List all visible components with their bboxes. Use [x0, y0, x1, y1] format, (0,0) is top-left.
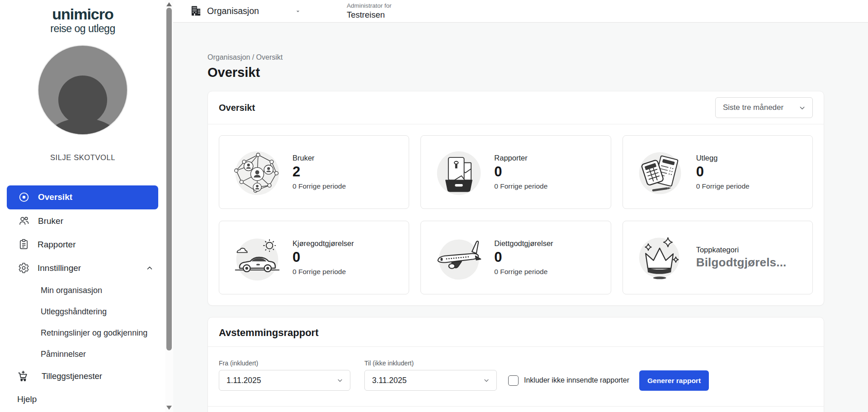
sidebar-item-label: Oversikt: [38, 192, 72, 202]
admin-org-name: Testreisen: [347, 9, 392, 20]
sidebar-item-label: Innstillinger: [38, 263, 81, 273]
chevron-up-icon: [146, 264, 154, 272]
sidebar-item-label: Tilleggstjenester: [42, 371, 102, 381]
tile-value: 0: [292, 249, 354, 265]
chevron-down-icon: [336, 377, 344, 384]
stat-tile-toppkategori: Toppkategori Bilgodtgjørels...: [623, 221, 813, 294]
topbar: Organisasjon Administrator for Testreise…: [173, 0, 868, 23]
tile-label: Diettgodtgjørelser: [494, 239, 553, 248]
tile-value: 2: [292, 164, 346, 180]
organisation-switcher[interactable]: Organisasjon: [190, 5, 302, 17]
tile-label: Toppkategori: [696, 246, 787, 254]
avatar: [38, 45, 128, 135]
period-filter-select[interactable]: Siste tre måneder: [715, 97, 813, 118]
inbox-envelopes-illustration: [433, 145, 485, 199]
tile-previous-period: 0 Forrige periode: [494, 182, 547, 190]
caret-down-icon: [294, 8, 302, 15]
crown-illustration: [635, 231, 687, 285]
overview-card: Oversikt Siste tre måneder: [208, 91, 824, 306]
organisation-label: Organisasjon: [207, 6, 259, 16]
cart-plus-icon: [17, 370, 29, 382]
from-date-select[interactable]: 1.11.2025: [219, 370, 350, 391]
stat-tile-grid: Bruker 2 0 Forrige periode: [208, 124, 824, 305]
sidebar-item-innstillinger[interactable]: Innstillinger: [0, 256, 165, 280]
stat-tile-kjoregodtgjorelser: Kjøregodtgjørelser 0 0 Forrige periode: [219, 221, 409, 294]
tile-label: Utlegg: [696, 154, 750, 162]
chevron-down-icon: [798, 104, 806, 112]
from-date-label: Fra (inkludert): [219, 360, 350, 367]
logo-title: unimicro: [0, 6, 165, 23]
tile-value: 0: [696, 164, 750, 180]
app-window: unimicro reise og utlegg SILJE SKOTVOLL …: [0, 0, 868, 412]
calculator-receipt-illustration: [635, 145, 687, 199]
main-area: Organisasjon Administrator for Testreise…: [173, 0, 868, 412]
sidebar-item-tilleggstjenester[interactable]: Tilleggstjenester: [0, 365, 165, 388]
tile-value: 0: [494, 249, 553, 265]
stat-tile-rapporter: Rapporter 0 0 Forrige periode: [420, 135, 611, 209]
reconciliation-title: Avstemmingsrapport: [208, 317, 824, 346]
airplane-illustration: [433, 231, 485, 285]
scrollbar-up-arrow[interactable]: [166, 2, 172, 6]
include-unsubmitted-label: Inkluder ikke innsendte rapporter: [524, 376, 629, 384]
vertical-scrollbar[interactable]: [165, 0, 173, 412]
sidebar-item-oversikt[interactable]: Oversikt: [7, 185, 158, 209]
to-date-select[interactable]: 3.11.2025: [364, 370, 497, 391]
divider: [208, 406, 824, 407]
tile-previous-period: 0 Forrige periode: [494, 268, 553, 276]
tile-previous-period: 0 Forrige periode: [696, 182, 750, 190]
sidebar-item-paminnelser[interactable]: Påminnelser: [0, 344, 165, 365]
user-name: SILJE SKOTVOLL: [0, 153, 165, 162]
tile-previous-period: 0 Forrige periode: [292, 182, 346, 190]
sidebar-item-hjelp[interactable]: Hjelp: [0, 388, 165, 411]
stat-tile-utlegg: Utlegg 0 0 Forrige periode: [623, 135, 813, 209]
period-filter-value: Siste tre måneder: [723, 103, 783, 112]
sidebar-item-label: Bruker: [38, 216, 63, 226]
reconciliation-card: Avstemmingsrapport Fra (inkludert) 1.11.…: [208, 317, 824, 412]
to-date-label: Til (ikke inkludert): [364, 360, 497, 367]
admin-context: Administrator for Testreisen: [347, 2, 392, 20]
overview-card-title: Oversikt: [219, 103, 255, 113]
gear-icon: [18, 262, 29, 274]
reconciliation-form: Fra (inkludert) 1.11.2025 Til (ikke inkl…: [208, 347, 824, 391]
page-content: Organisasjon / Oversikt Oversikt Oversik…: [173, 23, 868, 412]
sidebar-item-min-organisasjon[interactable]: Min organisasjon: [0, 280, 165, 301]
clipboard-icon: [18, 239, 29, 250]
stat-tile-diettgodtgjorelser: Diettgodtgjørelser 0 0 Forrige periode: [420, 221, 611, 294]
scrollbar-down-arrow[interactable]: [166, 406, 172, 410]
sidebar-item-bruker[interactable]: Bruker: [0, 209, 165, 233]
eye-icon: [18, 191, 30, 203]
network-people-illustration: [231, 145, 283, 199]
avatar-head-shape: [58, 76, 107, 124]
admin-for-label: Administrator for: [347, 2, 392, 10]
tile-value-truncated: Bilgodtgjørels...: [696, 256, 787, 270]
sidebar-item-retningslinjer[interactable]: Retningslinjer og godkjenning: [0, 322, 165, 344]
logo-subtitle: reise og utlegg: [0, 23, 165, 35]
sidebar-nav: Oversikt Bruker: [0, 185, 165, 411]
from-date-value: 1.11.2025: [226, 376, 261, 385]
sidebar-item-label: Rapporter: [38, 240, 76, 250]
sidebar-item-utleggshandtering[interactable]: Utleggshåndtering: [0, 301, 165, 322]
scrollbar-thumb[interactable]: [166, 8, 172, 350]
tile-value: 0: [494, 164, 547, 180]
chevron-down-icon: [483, 377, 490, 384]
stat-tile-bruker: Bruker 2 0 Forrige periode: [219, 135, 409, 209]
tile-label: Rapporter: [494, 154, 547, 162]
users-icon: [18, 215, 30, 227]
to-date-value: 3.11.2025: [372, 376, 407, 385]
breadcrumb[interactable]: Organisasjon / Oversikt: [208, 53, 824, 62]
logo: unimicro reise og utlegg: [0, 0, 165, 35]
building-icon: [190, 5, 202, 17]
page-title: Oversikt: [208, 65, 824, 80]
tile-label: Kjøregodtgjørelser: [292, 239, 354, 248]
car-illustration: [231, 231, 283, 285]
tile-label: Bruker: [292, 154, 346, 162]
sidebar: unimicro reise og utlegg SILJE SKOTVOLL …: [0, 0, 165, 412]
sidebar-item-rapporter[interactable]: Rapporter: [0, 233, 165, 256]
tile-previous-period: 0 Forrige periode: [292, 268, 354, 276]
avatar-body-shape: [44, 118, 121, 135]
include-unsubmitted-checkbox[interactable]: [508, 375, 519, 386]
generate-report-button[interactable]: Generer rapport: [639, 370, 709, 391]
